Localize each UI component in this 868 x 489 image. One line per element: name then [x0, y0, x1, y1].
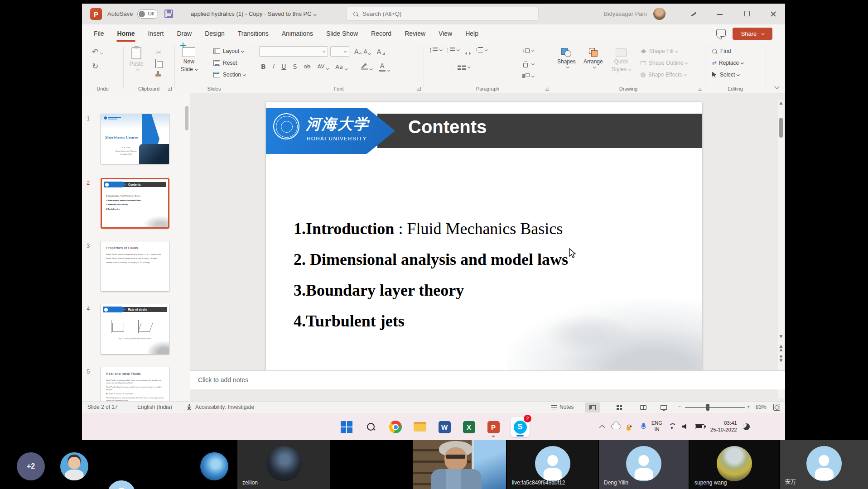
- tab-help[interactable]: Help: [464, 28, 479, 39]
- shape-outline-button[interactable]: Shape Outline: [641, 60, 687, 66]
- start-button[interactable]: [339, 420, 354, 434]
- tab-record[interactable]: Record: [370, 28, 392, 39]
- section-button[interactable]: Section: [213, 72, 245, 78]
- tab-review[interactable]: Review: [404, 28, 426, 39]
- taskbar-search-button[interactable]: [364, 420, 378, 434]
- slide-thumbnail-1[interactable]: Short-term Course B. S. Pani Hohai Unive…: [101, 114, 169, 164]
- tab-transitions[interactable]: Transitions: [237, 28, 270, 39]
- cut-button[interactable]: ✂: [156, 48, 162, 57]
- language-indicator[interactable]: English (India): [137, 404, 172, 410]
- shapes-button[interactable]: Shapes: [557, 48, 576, 68]
- change-case-button[interactable]: Aa: [335, 63, 347, 70]
- font-dialog-launcher[interactable]: [417, 87, 421, 91]
- language-switcher[interactable]: ENGIN: [651, 420, 662, 433]
- accessibility-status[interactable]: Accessibility: Investigate: [195, 404, 254, 410]
- notes-toggle[interactable]: Notes: [551, 404, 574, 410]
- arrange-button[interactable]: Arrange: [583, 48, 603, 68]
- normal-view-button[interactable]: [585, 403, 600, 412]
- slide-thumbnail-2-selected[interactable]: Contents 1.Introduction : Fluid Mechanic…: [101, 178, 169, 229]
- zoom-level[interactable]: 83%: [756, 404, 767, 410]
- shrink-font-button[interactable]: A: [364, 48, 370, 55]
- slide-indicator[interactable]: Slide 2 of 17: [87, 404, 118, 410]
- avatar[interactable]: [653, 8, 665, 20]
- hidden-icons-chevron[interactable]: [599, 425, 605, 431]
- find-button[interactable]: Find: [712, 48, 731, 54]
- columns-button[interactable]: [458, 64, 470, 70]
- participant-tile-supeng-wang[interactable]: supeng wang: [690, 440, 779, 489]
- participant-video-presenter[interactable]: [413, 440, 506, 489]
- scroll-up-arrow[interactable]: ▲: [778, 100, 784, 106]
- powerpoint-app-icon[interactable]: P: [90, 8, 102, 20]
- zoom-slider-handle[interactable]: [706, 404, 709, 411]
- character-spacing-button[interactable]: AV: [317, 63, 328, 70]
- microphone-icon[interactable]: [641, 423, 646, 430]
- scrollbar-thumb[interactable]: [185, 106, 188, 130]
- bullets-button[interactable]: [430, 47, 442, 53]
- wifi-icon[interactable]: [668, 423, 676, 430]
- file-explorer-button[interactable]: [413, 420, 427, 434]
- zoom-slider-track[interactable]: [685, 407, 745, 408]
- text-direction-button[interactable]: [522, 47, 534, 53]
- reset-button[interactable]: Reset: [213, 60, 237, 66]
- slideshow-button[interactable]: [656, 403, 671, 412]
- tab-draw[interactable]: Draw: [176, 28, 193, 39]
- powerpoint-button[interactable]: P: [486, 420, 501, 434]
- participant-avatar-photo[interactable]: [60, 452, 88, 480]
- select-button[interactable]: Select: [712, 72, 739, 78]
- font-size-combobox[interactable]: [330, 46, 349, 57]
- participant-tile-zellion[interactable]: zellion: [237, 440, 330, 489]
- shape-effects-button[interactable]: Shape Effects: [641, 72, 686, 78]
- battery-icon[interactable]: [695, 424, 704, 429]
- previous-slide-button[interactable]: ▲▲: [778, 344, 784, 350]
- zoom-out-button[interactable]: −: [678, 403, 681, 410]
- participant-avatar-photo[interactable]: [200, 452, 228, 480]
- strikethrough-button[interactable]: ab: [304, 63, 310, 70]
- layout-button[interactable]: Layout: [213, 48, 243, 54]
- save-icon[interactable]: [164, 10, 173, 18]
- notes-placeholder[interactable]: Click to add notes: [198, 376, 248, 384]
- copy-button[interactable]: [155, 60, 156, 68]
- excel-button[interactable]: X: [462, 420, 476, 434]
- fit-slide-button[interactable]: [773, 404, 780, 411]
- bold-button[interactable]: B: [261, 63, 266, 70]
- next-slide-button[interactable]: ▼▼: [778, 355, 784, 361]
- clipboard-dialog-launcher[interactable]: [168, 87, 172, 91]
- tab-view[interactable]: View: [438, 28, 453, 39]
- tab-slide-show[interactable]: Slide Show: [325, 28, 359, 39]
- slide-thumbnail-3[interactable]: Properties of Fluids Solids: Shear stres…: [101, 241, 169, 292]
- editor-scrollbar-thumb[interactable]: [779, 118, 783, 138]
- slide-sorter-view-button[interactable]: [612, 403, 627, 412]
- collapse-ribbon-button[interactable]: [774, 84, 779, 89]
- autosave-toggle[interactable]: Off: [137, 10, 158, 19]
- tab-design[interactable]: Design: [204, 28, 226, 39]
- participant-tile-live[interactable]: live:fa5c849f649a0f12: [507, 440, 598, 489]
- slide-canvas[interactable]: Contents 河海大学 HOHAI UNIVERSITY 1.Introdu…: [266, 102, 702, 373]
- slide-title[interactable]: Contents: [408, 117, 487, 137]
- scroll-down-arrow[interactable]: ▼: [778, 333, 784, 340]
- ink-pen-icon[interactable]: [690, 11, 697, 18]
- account-name[interactable]: Bidyasagar Pani: [604, 10, 647, 17]
- tab-animations[interactable]: Animations: [281, 28, 314, 39]
- font-name-combobox[interactable]: [259, 46, 328, 57]
- clock[interactable]: 03:4125-10-2022: [710, 420, 737, 433]
- convert-smartart-button[interactable]: [522, 73, 534, 79]
- redo-button[interactable]: ↻: [92, 62, 98, 71]
- more-participants-badge[interactable]: +2: [17, 452, 45, 480]
- close-button[interactable]: [768, 9, 779, 19]
- slide-thumbnail-4[interactable]: Rate of strain Fig. 1.1 Velocity gradien…: [101, 304, 169, 355]
- editor-scrollbar[interactable]: ▲ ▼ ▲▲ ▼▼: [778, 100, 784, 398]
- reading-view-button[interactable]: [636, 403, 651, 412]
- highlight-color-button[interactable]: [361, 63, 372, 70]
- skype-button-active[interactable]: S 2: [511, 417, 530, 437]
- align-text-button[interactable]: [522, 61, 534, 67]
- word-button[interactable]: W: [437, 420, 452, 434]
- undo-button[interactable]: ↶: [92, 47, 102, 56]
- participant-tile-anwan[interactable]: 安万: [780, 440, 868, 489]
- tab-file[interactable]: File: [93, 28, 105, 39]
- numbering-button[interactable]: [447, 47, 459, 53]
- search-field[interactable]: [362, 10, 516, 17]
- new-slide-button[interactable]: New Slide: [181, 47, 197, 72]
- text-shadow-button[interactable]: S: [293, 63, 297, 70]
- tab-insert[interactable]: Insert: [147, 28, 164, 39]
- volume-icon[interactable]: [682, 424, 689, 430]
